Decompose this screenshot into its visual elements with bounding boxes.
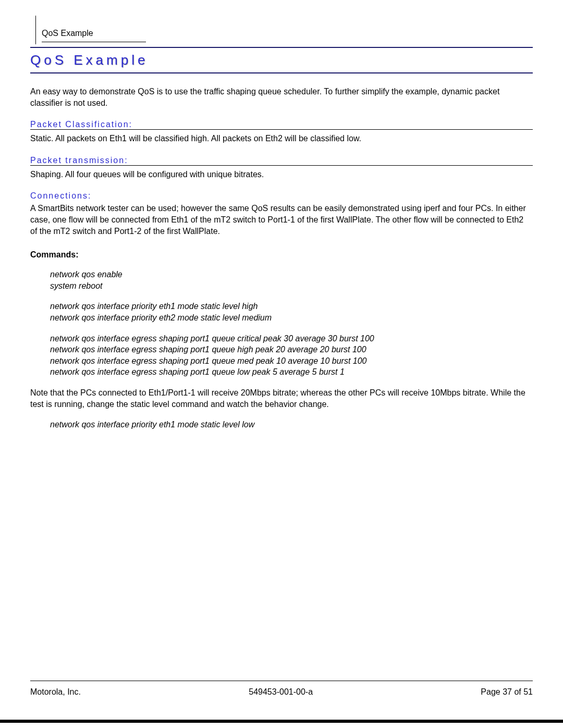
section-heading-classification: Packet Classification: (30, 120, 533, 129)
section-rule (30, 129, 533, 130)
section-rule (30, 165, 533, 166)
page: QoS Example QoS Example An easy way to d… (0, 0, 563, 728)
bottom-black-bar (0, 720, 563, 723)
commands-label: Commands: (30, 250, 533, 260)
command-line: network qos interface priority eth1 mode… (50, 419, 533, 430)
footer-right: Page 37 of 51 (481, 687, 533, 697)
transmission-body: Shaping. All four queues will be configu… (30, 169, 533, 180)
command-line: network qos interface priority eth2 mode… (50, 312, 533, 324)
classification-body: Static. All packets on Eth1 will be clas… (30, 133, 533, 144)
command-line: network qos interface egress shaping por… (50, 344, 533, 355)
command-line: network qos interface egress shaping por… (50, 333, 533, 344)
connections-body: A SmartBits network tester can be used; … (30, 203, 533, 237)
footer-row: Motorola, Inc. 549453-001-00-a Page 37 o… (30, 687, 533, 697)
command-block-3: network qos interface egress shaping por… (50, 333, 533, 378)
command-line: system reboot (50, 280, 533, 292)
footer: Motorola, Inc. 549453-001-00-a Page 37 o… (30, 681, 533, 697)
section-heading-transmission: Packet transmission: (30, 156, 533, 165)
content: An easy way to demonstrate QoS is to use… (30, 73, 533, 430)
command-block-final: network qos interface priority eth1 mode… (50, 419, 533, 430)
command-block-1: network qos enable system reboot (50, 269, 533, 291)
command-line: network qos interface egress shaping por… (50, 366, 533, 378)
command-line: network qos interface priority eth1 mode… (50, 301, 533, 312)
running-header: QoS Example (42, 29, 93, 38)
footer-rule (30, 681, 533, 681)
footer-left: Motorola, Inc. (30, 687, 81, 697)
running-header-rule (42, 42, 146, 42)
footer-center: 549453-001-00-a (249, 687, 313, 697)
section-heading-connections: Connections: (30, 191, 533, 201)
command-line: network qos enable (50, 269, 533, 280)
command-block-2: network qos interface priority eth1 mode… (50, 301, 533, 323)
command-line: network qos interface egress shaping por… (50, 355, 533, 367)
intro-paragraph: An easy way to demonstrate QoS is to use… (30, 86, 533, 108)
page-title: QoS Example (30, 48, 533, 72)
header-vertical-rule (35, 16, 36, 44)
note-paragraph: Note that the PCs connected to Eth1/Port… (30, 387, 533, 410)
header-area: QoS Example (30, 21, 533, 47)
